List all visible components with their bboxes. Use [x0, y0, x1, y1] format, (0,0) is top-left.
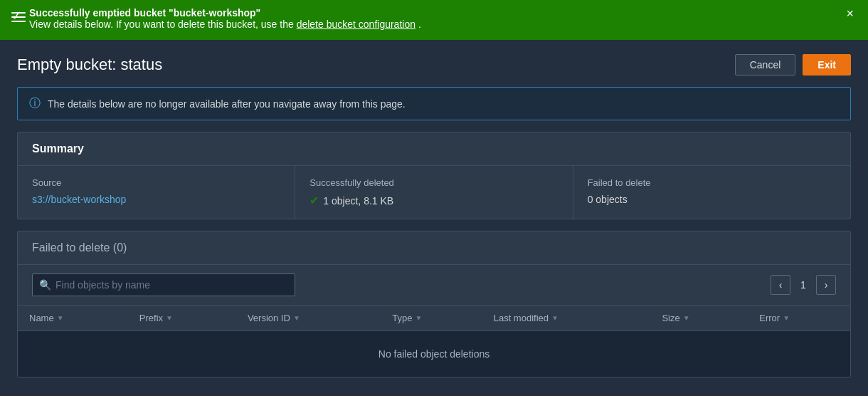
col-header-version-id: Version ID ▼ [236, 306, 381, 331]
summary-card: Summary Source s3://bucket-workshop Succ… [17, 132, 851, 219]
table-body: No failed object deletions [18, 331, 850, 377]
pagination-next-button[interactable]: › [816, 275, 836, 295]
success-value: ✔ 1 object, 8.1 KB [309, 194, 558, 207]
page-header: Empty bucket: status Cancel Exit [17, 54, 851, 75]
table-container: Name ▼ Prefix ▼ Version [18, 306, 850, 377]
notification-close-button[interactable]: × [843, 7, 857, 20]
source-link[interactable]: s3://bucket-workshop [32, 194, 126, 205]
failed-count: 0 objects [588, 194, 836, 205]
search-input[interactable] [32, 273, 295, 296]
notification-bar: ✓ Successfully emptied bucket "bucket-wo… [0, 0, 868, 40]
main-content: Empty bucket: status Cancel Exit ⓘ The d… [0, 40, 868, 396]
col-header-size: Size ▼ [650, 306, 748, 331]
failed-section: Failed to delete (0) 🔍 ‹ 1 › [17, 231, 851, 377]
col-header-name: Name ▼ [18, 306, 128, 331]
notification-message-end: . [418, 19, 421, 30]
summary-failed-col: Failed to delete 0 objects [573, 166, 850, 219]
sort-icon-prefix[interactable]: ▼ [166, 314, 173, 322]
hamburger-menu[interactable] [11, 12, 26, 22]
table-header: Name ▼ Prefix ▼ Version [18, 306, 850, 331]
summary-deleted-col: Successfully deleted ✔ 1 object, 8.1 KB [295, 166, 573, 219]
col-label-name: Name [29, 313, 54, 323]
col-header-prefix: Prefix ▼ [128, 306, 236, 331]
header-actions: Cancel Exit [735, 54, 851, 75]
summary-body: Source s3://bucket-workshop Successfully… [18, 166, 850, 219]
success-count: 1 object, 8.1 KB [323, 195, 393, 207]
empty-state-row: No failed object deletions [18, 331, 850, 377]
notification-message-bold: Successfully emptied bucket "bucket-work… [29, 7, 260, 19]
summary-source-col: Source s3://bucket-workshop [18, 166, 295, 219]
col-header-error: Error ▼ [748, 306, 850, 331]
col-header-type: Type ▼ [381, 306, 482, 331]
notification-content: ✓ Successfully emptied bucket "bucket-wo… [11, 7, 421, 30]
sort-icon-type[interactable]: ▼ [416, 314, 423, 322]
failed-section-header: Failed to delete (0) [18, 231, 850, 265]
sort-icon-name[interactable]: ▼ [57, 314, 64, 322]
sort-icon-size[interactable]: ▼ [683, 314, 690, 322]
pagination-current: 1 [796, 279, 810, 291]
exit-button[interactable]: Exit [803, 54, 851, 75]
source-label: Source [32, 177, 280, 188]
sort-icon-version-id[interactable]: ▼ [293, 314, 300, 322]
col-label-version-id: Version ID [248, 313, 290, 323]
notification-text: Successfully emptied bucket "bucket-work… [29, 7, 421, 30]
sort-icon-error[interactable]: ▼ [783, 314, 790, 322]
delete-bucket-config-link[interactable]: delete bucket configuration [297, 19, 416, 30]
sort-icon-last-modified[interactable]: ▼ [551, 314, 559, 322]
info-banner-text: The details below are no longer availabl… [48, 98, 406, 110]
success-label: Successfully deleted [309, 177, 558, 188]
info-icon: ⓘ [29, 96, 41, 111]
failed-label: Failed to delete [588, 177, 836, 188]
pagination: ‹ 1 › [771, 275, 836, 295]
search-wrapper: 🔍 [32, 273, 295, 296]
col-label-size: Size [662, 313, 679, 323]
success-check-icon: ✔ [309, 194, 319, 207]
empty-state-message: No failed object deletions [18, 331, 850, 377]
pagination-prev-button[interactable]: ‹ [771, 275, 790, 295]
summary-title: Summary [32, 142, 836, 155]
notification-message-text: View details below. If you want to delet… [29, 19, 294, 30]
failed-objects-table: Name ▼ Prefix ▼ Version [18, 306, 850, 377]
search-icon: 🔍 [39, 279, 51, 291]
cancel-button[interactable]: Cancel [735, 54, 796, 75]
page-title: Empty bucket: status [17, 56, 162, 74]
col-label-last-modified: Last modified [494, 313, 549, 323]
col-header-last-modified: Last modified ▼ [482, 306, 651, 331]
summary-card-header: Summary [18, 132, 850, 166]
col-label-error: Error [759, 313, 780, 323]
info-banner: ⓘ The details below are no longer availa… [17, 87, 851, 120]
search-area: 🔍 ‹ 1 › [18, 265, 850, 306]
col-label-type: Type [392, 313, 412, 323]
failed-section-title: Failed to delete (0) [32, 241, 836, 254]
col-label-prefix: Prefix [139, 313, 163, 323]
